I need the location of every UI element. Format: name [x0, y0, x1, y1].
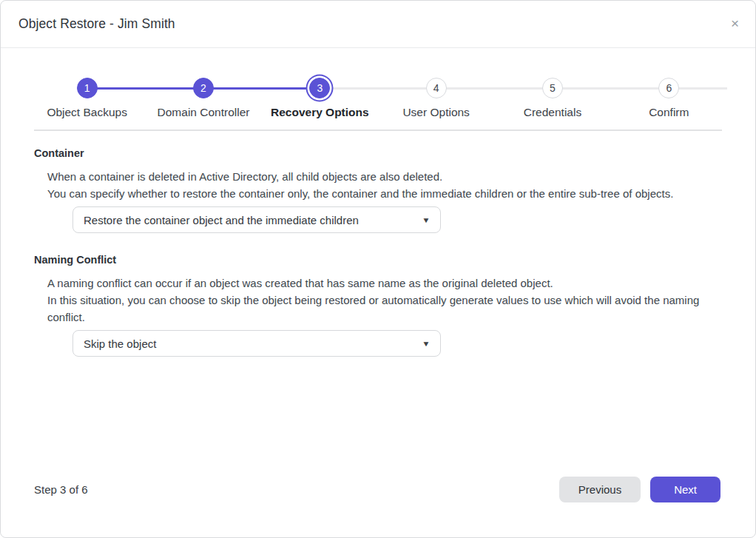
container-description-line: When a container is deleted in Active Di…: [47, 168, 722, 185]
object-restore-dialog: Object Restore - Jim Smith × 1 Object Ba…: [0, 0, 756, 538]
naming-conflict-description-line: In this situation, you can choose to ski…: [47, 292, 722, 326]
step-label: User Options: [402, 106, 469, 119]
dialog-header: Object Restore - Jim Smith ×: [1, 1, 755, 48]
selected-option-label: Skip the object: [84, 337, 156, 350]
step-label: Confirm: [649, 106, 689, 119]
step-credentials[interactable]: 5 Credentials: [494, 78, 610, 119]
step-object-backups[interactable]: 1 Object Backups: [29, 78, 145, 119]
container-section: Container When a container is deleted in…: [34, 147, 722, 233]
wizard-stepper: 1 Object Backups 2 Domain Controller 3 R…: [1, 48, 755, 119]
step-circle: 1: [77, 78, 98, 98]
step-label: Recovery Options: [271, 106, 369, 119]
wizard-page-content: Container When a container is deleted in…: [1, 131, 755, 477]
step-circle: 6: [658, 78, 679, 98]
naming-conflict-section: Naming Conflict A naming conflict can oc…: [34, 254, 722, 357]
close-icon[interactable]: ×: [731, 16, 739, 30]
step-domain-controller[interactable]: 2 Domain Controller: [145, 78, 261, 119]
step-circle: 4: [426, 78, 447, 98]
selected-option-label: Restore the container object and the imm…: [84, 214, 359, 226]
naming-conflict-select[interactable]: Skip the object ▼: [72, 330, 441, 357]
step-label: Object Backups: [47, 106, 127, 119]
naming-conflict-description-line: A naming conflict can occur if an object…: [47, 275, 722, 292]
container-description-line: You can specify whether to restore the c…: [47, 185, 722, 202]
caret-down-icon: ▼: [422, 340, 430, 348]
step-confirm[interactable]: 6 Confirm: [611, 78, 727, 119]
step-recovery-options[interactable]: 3 Recovery Options: [262, 78, 378, 119]
step-indicator: Step 3 of 6: [34, 483, 88, 496]
container-heading: Container: [34, 147, 722, 159]
dialog-title: Object Restore - Jim Smith: [18, 16, 175, 32]
step-user-options[interactable]: 4 User Options: [378, 78, 494, 119]
caret-down-icon: ▼: [422, 216, 430, 224]
step-circle: 3: [309, 78, 330, 98]
next-button[interactable]: Next: [650, 477, 720, 502]
step-circle: 2: [193, 78, 214, 98]
naming-conflict-heading: Naming Conflict: [34, 254, 722, 266]
dialog-footer: Step 3 of 6 Previous Next: [1, 477, 755, 537]
step-label: Domain Controller: [158, 106, 250, 119]
container-restore-mode-select[interactable]: Restore the container object and the imm…: [72, 206, 441, 233]
previous-button[interactable]: Previous: [559, 477, 641, 502]
step-label: Credentials: [524, 106, 581, 119]
step-circle: 5: [542, 78, 563, 98]
